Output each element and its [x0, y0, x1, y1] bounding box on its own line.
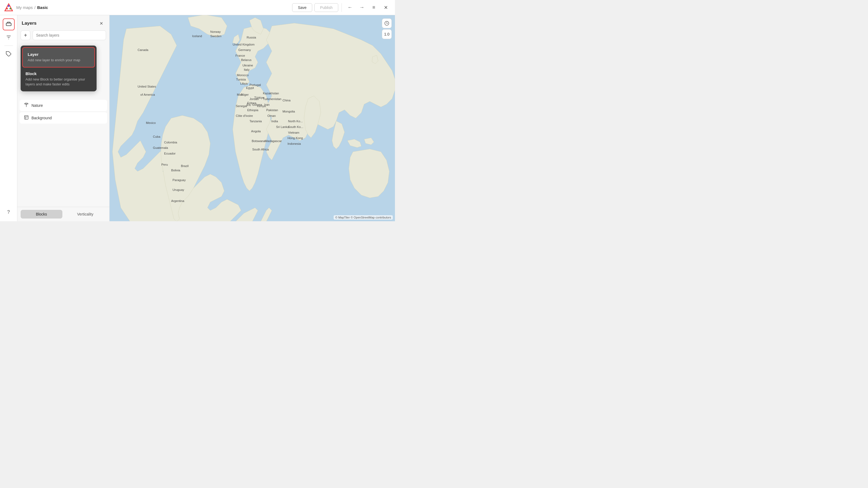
header-actions: Save Publish ← → ≡ ✕: [292, 3, 391, 12]
app-header: My maps / Basic Save Publish ← → ≡ ✕: [0, 0, 395, 15]
svg-text:Italy: Italy: [244, 68, 250, 71]
svg-text:France: France: [236, 54, 245, 57]
svg-text:Morocco: Morocco: [237, 73, 248, 77]
map-background: Canada United States of America Mexico C…: [110, 15, 395, 221]
svg-point-2: [6, 8, 8, 9]
layers-title: Layers: [22, 21, 37, 26]
header-divider: [341, 3, 342, 12]
svg-text:Iceland: Iceland: [192, 34, 202, 38]
svg-rect-11: [24, 116, 28, 119]
svg-text:Norway: Norway: [210, 30, 221, 33]
svg-text:Tunisia: Tunisia: [236, 78, 246, 81]
svg-text:Botswana: Botswana: [252, 139, 265, 142]
sidebar-item-filter[interactable]: [3, 31, 14, 43]
tree-icon: [24, 102, 29, 108]
publish-button[interactable]: Publish: [314, 3, 338, 12]
block-icon: [24, 115, 29, 121]
svg-text:Côte d'Ivoire: Côte d'Ivoire: [236, 114, 253, 118]
svg-text:Ukraine: Ukraine: [243, 64, 253, 67]
svg-text:Belarus: Belarus: [241, 58, 252, 62]
layer-nature-name: Nature: [31, 103, 43, 108]
svg-text:Sri Lanka: Sri Lanka: [276, 125, 289, 129]
sidebar-bottom: ?: [3, 206, 14, 218]
dropdown-layer-item[interactable]: Layer Add new layer to enrich your map: [22, 47, 95, 67]
svg-text:Hong Kong: Hong Kong: [287, 136, 303, 140]
breadcrumb-mymaps[interactable]: My maps: [16, 5, 33, 10]
svg-text:North Ko...: North Ko...: [288, 120, 303, 123]
svg-text:Cuba: Cuba: [153, 135, 161, 138]
dropdown-layer-title: Layer: [28, 52, 90, 57]
svg-text:Iran: Iran: [264, 103, 270, 106]
map-attribution: © MapTiler © OpenStreetMap contributors: [334, 215, 393, 220]
map-area[interactable]: Canada United States of America Mexico C…: [110, 15, 395, 221]
svg-text:Vietnam: Vietnam: [288, 131, 299, 134]
nav-menu-button[interactable]: ≡: [369, 3, 379, 12]
map-controls: 1.0: [382, 19, 392, 39]
svg-text:of America: of America: [140, 93, 155, 96]
add-layer-dropdown: Layer Add new layer to enrich your map B…: [21, 45, 97, 91]
svg-rect-5: [6, 23, 11, 26]
svg-text:Sweden: Sweden: [210, 34, 221, 38]
plus-icon: +: [24, 33, 27, 38]
svg-text:Pakistan: Pakistan: [267, 108, 278, 112]
svg-text:Ecuador: Ecuador: [164, 152, 176, 155]
map-svg: Canada United States of America Mexico C…: [110, 15, 395, 221]
add-layer-button[interactable]: +: [21, 30, 30, 40]
svg-text:Guatemala: Guatemala: [153, 146, 168, 150]
svg-text:Indonesia: Indonesia: [287, 142, 301, 145]
svg-text:Bolivia: Bolivia: [171, 169, 180, 172]
nav-forward-button[interactable]: →: [357, 3, 367, 12]
svg-text:Senegal: Senegal: [236, 104, 247, 108]
tab-blocks[interactable]: Blocks: [21, 210, 62, 219]
svg-text:Ethiopia: Ethiopia: [247, 108, 258, 112]
dropdown-block-item[interactable]: Block Add new Block to better organise y…: [21, 67, 97, 91]
svg-text:Canada: Canada: [137, 48, 148, 52]
layers-close-button[interactable]: ✕: [97, 20, 105, 27]
svg-text:Russia: Russia: [247, 36, 256, 39]
dropdown-block-desc: Add new Block to better organise your la…: [26, 77, 92, 87]
tab-verticality[interactable]: Verticality: [65, 210, 106, 219]
layers-bottom-tabs: Blocks Verticality: [18, 207, 109, 221]
search-layers-input[interactable]: [33, 30, 106, 40]
sidebar-item-help[interactable]: ?: [3, 206, 14, 218]
svg-text:Brazil: Brazil: [181, 164, 188, 167]
svg-text:China: China: [282, 99, 290, 102]
svg-text:Mexico: Mexico: [146, 121, 156, 124]
save-button[interactable]: Save: [292, 3, 312, 12]
svg-text:Colombia: Colombia: [164, 141, 177, 144]
sidebar-item-plugins[interactable]: [3, 48, 14, 60]
map-zoom-level: 1.0: [382, 29, 392, 39]
zoom-value: 1.0: [384, 32, 389, 36]
layer-list-item[interactable]: Nature: [20, 100, 107, 111]
main-layout: ? Layers ✕ + Layer Add new layer to enri…: [0, 15, 395, 221]
svg-text:Portugal: Portugal: [250, 83, 261, 87]
layers-header: Layers ✕: [18, 15, 109, 30]
svg-text:Niger: Niger: [241, 93, 249, 96]
svg-text:South Ko...: South Ko...: [288, 125, 303, 129]
svg-text:India: India: [271, 120, 278, 123]
breadcrumb-separator: /: [34, 5, 35, 10]
svg-text:Argentina: Argentina: [171, 199, 184, 202]
map-clock-button[interactable]: [382, 19, 392, 28]
layer-background-name: Background: [31, 116, 52, 120]
close-button[interactable]: ✕: [381, 3, 391, 12]
layers-search-row: + Layer Add new layer to enrich your map…: [18, 30, 109, 43]
sidebar-divider: [4, 45, 13, 46]
svg-text:Egypt: Egypt: [246, 86, 254, 90]
dropdown-layer-desc: Add new layer to enrich your map: [28, 58, 90, 63]
layers-panel: Layers ✕ + Layer Add new layer to enrich…: [18, 15, 110, 221]
svg-text:South Africa: South Africa: [252, 148, 269, 151]
svg-text:Madagascar: Madagascar: [265, 139, 282, 142]
svg-text:Germany: Germany: [238, 48, 251, 52]
svg-text:United States: United States: [137, 85, 156, 88]
svg-point-4: [8, 5, 9, 7]
svg-text:Libya: Libya: [240, 82, 248, 85]
sidebar-item-layers[interactable]: [3, 19, 14, 30]
nav-back-button[interactable]: ←: [345, 3, 355, 12]
dropdown-block-title: Block: [26, 71, 92, 76]
svg-text:Peru: Peru: [161, 163, 168, 166]
svg-text:Mongolia: Mongolia: [282, 110, 295, 113]
layer-list-item[interactable]: Background: [20, 112, 107, 124]
svg-text:Angola: Angola: [251, 130, 261, 133]
svg-text:Oman: Oman: [268, 114, 276, 118]
